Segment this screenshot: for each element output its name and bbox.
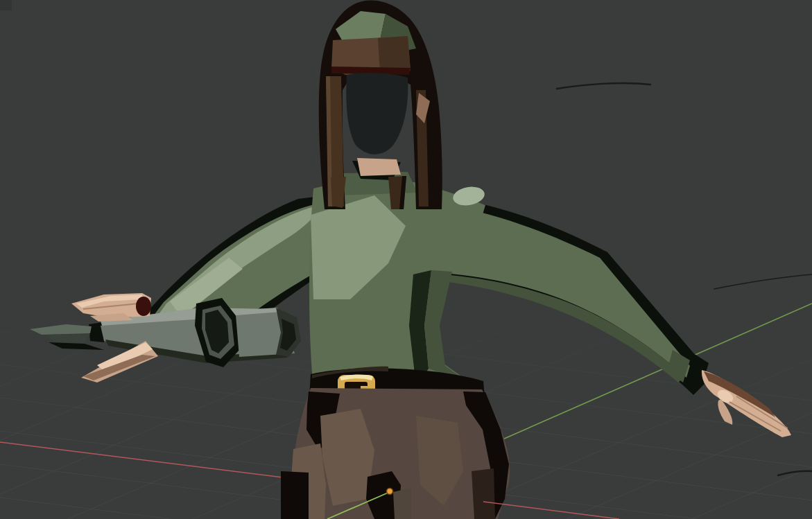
object-origin-marker[interactable]: [387, 489, 393, 495]
gauntlet-muzzle: [89, 322, 104, 342]
pants-inner-wedge: [393, 488, 411, 519]
pants-right-dark-strip: [472, 468, 495, 519]
viewport-canvas[interactable]: [0, 0, 812, 519]
sleeve-hole: [136, 297, 151, 316]
neck-skin: [357, 158, 401, 176]
pants-left-dark-strip: [281, 471, 309, 519]
viewport-window: [0, 0, 812, 519]
corner-shade: [0, 0, 12, 10]
